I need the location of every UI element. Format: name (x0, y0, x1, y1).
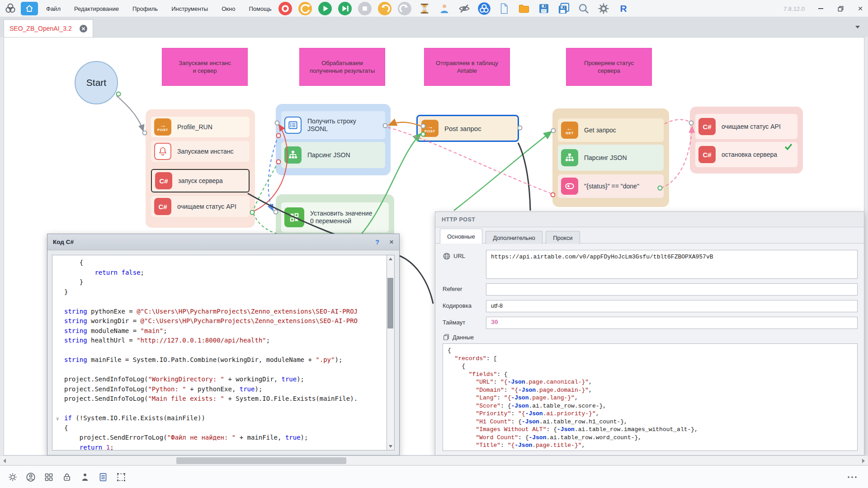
tab-advanced[interactable]: Дополнительно (486, 231, 542, 244)
block-parse-json-1[interactable]: Парсинг JSON (281, 142, 385, 168)
scroll-right-arrow[interactable] (862, 459, 865, 463)
note-line: сервера (598, 67, 620, 75)
save-all-icon[interactable] (557, 2, 571, 15)
note-line: Обрабатываем (321, 59, 363, 67)
block-set-value[interactable]: Установить значение0 переменной (281, 202, 389, 232)
block-status-condition[interactable]: "{status}" == "done" (558, 174, 664, 198)
code-editor[interactable]: { return false; }} string pythonExe = @"… (52, 255, 387, 450)
scroll-left-arrow[interactable] (3, 459, 6, 463)
lock-icon[interactable] (61, 472, 72, 483)
note-line: Запускаем инстанс (179, 59, 231, 67)
block-launch-instance[interactable]: Запускаем инстанс (151, 141, 250, 162)
scroll-up-arrow[interactable] (389, 258, 392, 260)
grid-view-icon[interactable] (43, 472, 54, 483)
code-window-titlebar[interactable]: Код C# ? × (47, 234, 399, 250)
note-launch-instance[interactable]: Запускаем инстанс и сервер (162, 48, 248, 86)
menu-tools[interactable]: Инструменты (171, 5, 208, 12)
step-forward-button[interactable] (338, 2, 352, 15)
block-profile-run[interactable]: →POST Profile_RUN (151, 117, 250, 137)
block-get-jsonl-string[interactable]: Получить строкуJSONL (281, 111, 385, 139)
tab-list-dropdown-icon[interactable] (855, 26, 860, 28)
block-label: остановка сервера (722, 151, 777, 158)
horizontal-scrollbar[interactable] (0, 455, 868, 465)
profile-user-icon[interactable] (438, 2, 451, 15)
block-parse-json-2[interactable]: Парсинг JSON (558, 145, 664, 171)
tab-main[interactable]: Основные (440, 229, 482, 244)
menu-file[interactable]: Файл (46, 5, 61, 12)
csharp-icon: C# (698, 146, 716, 163)
block-get-request[interactable]: ←GET Get запрос (558, 118, 664, 142)
undo-button[interactable] (378, 2, 392, 15)
settings-gear-icon[interactable] (7, 472, 18, 483)
menu-help[interactable]: Помощь (249, 5, 271, 12)
record-button[interactable] (278, 2, 292, 15)
timeout-label: Таймаут (443, 317, 486, 329)
note-line: Отправляем в таблицу (436, 59, 498, 67)
minimize-button[interactable] (816, 5, 825, 13)
group-get-request[interactable]: ←GET Get запрос Парсинг JSON "{status}" … (552, 108, 669, 207)
app-logo-icon (5, 3, 16, 14)
open-folder-icon[interactable] (517, 2, 531, 15)
group-get-jsonl[interactable]: Получить строкуJSONL Парсинг JSON (276, 104, 391, 175)
note-check-status[interactable]: Проверяем статус сервера (566, 48, 652, 86)
start-node[interactable]: Start (75, 61, 118, 104)
note-send-airtable[interactable]: Отправляем в таблицу Airtable (424, 48, 510, 86)
close-button[interactable]: × (389, 238, 394, 247)
menu-edit[interactable]: Редактирование (74, 5, 119, 12)
help-button[interactable]: ? (375, 238, 379, 246)
group-launch-server[interactable]: →POST Profile_RUN Запускаем инстанс C# з… (146, 109, 255, 228)
referer-label: Referer (443, 283, 486, 296)
save-icon[interactable] (537, 2, 551, 15)
scroll-down-arrow[interactable] (389, 445, 392, 448)
settings-gear-icon[interactable] (597, 2, 610, 15)
recorder-r-icon[interactable]: R (617, 2, 630, 15)
project-tab[interactable]: SEO_ZB_OpenAI_3.2 (4, 19, 93, 37)
more-options-icon[interactable] (846, 472, 858, 482)
code-text: { return false; }} string pythonExe = @"… (64, 258, 387, 450)
wait-hourglass-icon[interactable] (418, 2, 431, 15)
tab-close-icon[interactable] (80, 25, 87, 33)
hide-browser-icon[interactable] (458, 2, 471, 15)
restart-button[interactable] (298, 2, 312, 15)
play-button[interactable] (318, 2, 332, 15)
group-stop-server[interactable]: C# очищаем статус API C# остановка серве… (690, 107, 803, 174)
scroll-thumb[interactable] (176, 457, 346, 464)
home-button[interactable] (21, 2, 38, 15)
encoding-input[interactable]: utf-8 (486, 300, 858, 312)
block-clear-status-api[interactable]: C# очищаем статус API (151, 196, 250, 217)
scroll-thumb[interactable] (387, 278, 393, 328)
home-icon (24, 4, 34, 14)
project-tab-title: SEO_ZB_OpenAI_3.2 (9, 25, 74, 32)
tab-proxy[interactable]: Прокси (546, 231, 580, 244)
select-region-icon[interactable] (116, 472, 127, 483)
block-label: Get запрос (584, 127, 616, 134)
close-button[interactable]: × (856, 5, 864, 13)
restore-button[interactable] (836, 5, 844, 13)
bottom-toolbar (0, 465, 868, 488)
block-label: Парсинг JSON (584, 154, 627, 161)
block-stop-server[interactable]: C# остановка сервера (695, 142, 797, 167)
timeout-input[interactable]: 30 (486, 317, 858, 329)
note-process-results[interactable]: Обрабатываем полученные результаты (299, 48, 385, 86)
user-icon[interactable] (80, 472, 90, 483)
menu-window[interactable]: Окно (222, 5, 235, 12)
data-label: Данные (443, 333, 858, 341)
block-clear-status-api-2[interactable]: C# очищаем статус API (695, 114, 797, 139)
new-file-icon[interactable] (497, 2, 511, 15)
code-scrollbar[interactable] (387, 255, 395, 450)
menu-profile[interactable]: Профиль (132, 5, 158, 12)
block-start-server[interactable]: C# запуск сервера (151, 169, 250, 192)
redo-button[interactable] (398, 2, 411, 15)
http-post-panel: HTTP POST Основные Дополнительно Прокси … (435, 211, 864, 455)
block-post-request[interactable]: →POST Post запрос (416, 115, 519, 142)
app-window: Запускаем инстанс и сервер Обрабатываем … (0, 0, 868, 488)
data-input[interactable]: { "records": [ { "fields": { "URL": "{-J… (443, 343, 858, 451)
stop-button[interactable] (358, 2, 372, 15)
url-input[interactable]: https://api.airtable.com/v0/appFDyHoJcLm… (486, 250, 858, 279)
log-document-icon[interactable] (98, 472, 108, 483)
search-icon[interactable] (577, 2, 590, 15)
profile-icon[interactable] (25, 472, 36, 483)
zenno-logo-icon[interactable] (477, 2, 491, 15)
referer-input[interactable] (486, 283, 858, 296)
note-line: полученные результаты (310, 67, 375, 75)
